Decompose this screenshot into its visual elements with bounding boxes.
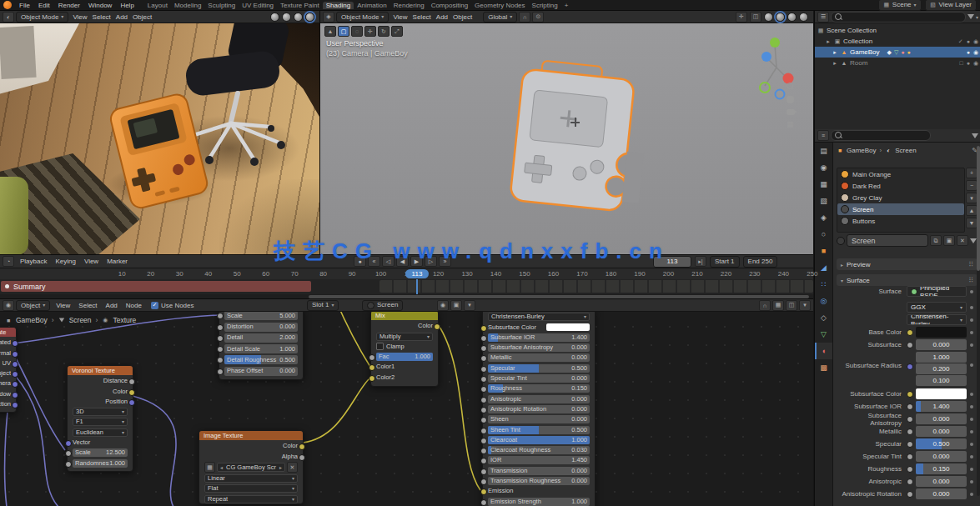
animate-dot[interactable] — [970, 343, 973, 347]
workspace-tab[interactable]: Rendering — [390, 2, 428, 9]
unlink-image-button[interactable]: ✕ — [287, 462, 298, 473]
workspace-tab[interactable]: Texture Paint — [277, 2, 323, 9]
tool-select-box-icon[interactable]: ▢ — [338, 26, 349, 37]
node-dropdown[interactable]: Linear▾ — [204, 474, 298, 483]
properties-tab[interactable]: ◎ — [815, 293, 832, 309]
input-socket[interactable] — [65, 450, 72, 457]
input-socket[interactable] — [217, 335, 224, 342]
tool-move-icon[interactable]: ✛ — [364, 26, 376, 37]
node-value-slider[interactable]: Transmission Roughness0.000 — [488, 477, 590, 485]
node-principled-bsdf[interactable]: Christensen-Burley▾ Subsurface Color Sub… — [482, 310, 596, 506]
material-name-field[interactable]: Screen — [847, 234, 928, 247]
overlays-icon[interactable]: ◫ — [786, 300, 797, 311]
properties-tab[interactable]: ○ — [815, 226, 832, 243]
node-image-texture[interactable]: Image Texture Color Alpha ▦ ◂CG GameBoy … — [199, 430, 304, 504]
node-dropdown[interactable]: Flat▾ — [204, 484, 298, 493]
input-socket[interactable] — [369, 364, 375, 371]
mode-dropdown[interactable]: Object Mode▾ — [16, 12, 68, 23]
input-socket[interactable] — [480, 386, 487, 393]
color-swatch[interactable] — [546, 323, 590, 331]
input-socket[interactable] — [480, 458, 487, 464]
animate-dot[interactable] — [970, 493, 973, 496]
input-socket[interactable] — [369, 375, 375, 382]
properties-tab[interactable]: ▧ — [815, 193, 832, 209]
node-editor-menu[interactable]: View — [52, 302, 74, 309]
node-value-slider[interactable]: Subsurface IOR1.400 — [488, 333, 590, 342]
subsurface-method-dropdown[interactable]: Christensen-Burley▾ — [907, 314, 967, 325]
node-value-field[interactable]: Detail Roughness0.500 — [224, 355, 298, 364]
input-socket[interactable] — [480, 407, 487, 413]
exclude-checkbox-icon[interactable]: □ — [959, 60, 962, 67]
hide-eye-icon[interactable]: ● — [967, 38, 970, 45]
tool-tweak-icon[interactable]: ▲ — [324, 26, 336, 37]
scene-selector[interactable]: ▦Scene▾ — [878, 0, 922, 11]
input-socket[interactable] — [480, 428, 487, 434]
material-slot[interactable]: Main Orange — [837, 168, 964, 180]
properties-scrollbar[interactable] — [977, 146, 980, 496]
checkbox-icon[interactable]: ✓ — [958, 38, 963, 45]
shading-rendered-icon[interactable] — [305, 13, 314, 22]
slot-move-up-button[interactable]: ▲ — [966, 205, 977, 216]
subsurface-radius-field[interactable]: 0.200 — [916, 363, 967, 374]
input-socket[interactable] — [217, 368, 224, 375]
input-socket[interactable] — [480, 335, 487, 342]
input-socket[interactable] — [480, 478, 487, 485]
image-name-field[interactable]: ◂CG GameBoy Scr▸ — [217, 463, 285, 472]
auto-keying-icon[interactable]: ▸| — [695, 256, 706, 267]
topbar-menu[interactable]: Edit — [34, 2, 54, 9]
material-browse-field[interactable]: Screen — [362, 300, 403, 311]
subsurface-radius-field[interactable]: 1.000 — [916, 352, 967, 363]
fake-user-shield-icon[interactable]: ▣ — [943, 235, 955, 246]
animate-dot[interactable] — [970, 405, 973, 408]
expand-icon[interactable]: ▸ — [825, 38, 832, 45]
timeline-editor-icon[interactable]: ◔ — [3, 256, 14, 267]
outliner-search-input[interactable] — [831, 12, 966, 23]
workspace-tab[interactable]: + — [561, 2, 572, 9]
properties-tab[interactable]: ▩ — [815, 359, 832, 376]
slot-dropdown[interactable]: Slot 1▾ — [307, 300, 339, 311]
workspace-tab[interactable]: UV Editing — [239, 2, 277, 9]
properties-tab[interactable]: ◐ — [815, 343, 832, 359]
disable-render-icon[interactable]: ◉ — [973, 38, 978, 45]
node-value-slider[interactable]: Emission Strength1.000 — [488, 498, 590, 506]
node-value-slider[interactable]: Sheen0.000 — [488, 415, 590, 423]
node-voronoi-texture[interactable]: Voronoi Texture Distance Color Position … — [67, 365, 133, 472]
view-layer-selector[interactable]: ▧View Layer — [925, 0, 977, 11]
node-value-field[interactable]: Detail Scale1.000 — [224, 344, 298, 353]
output-socket[interactable] — [128, 399, 135, 406]
unlink-material-button[interactable]: ✕ — [957, 235, 968, 246]
animate-dot[interactable] — [970, 318, 973, 322]
output-socket[interactable] — [299, 454, 305, 461]
input-socket[interactable] — [217, 324, 224, 331]
shading-wireframe-icon[interactable] — [764, 13, 773, 22]
snap-magnet-icon[interactable]: ∩ — [519, 12, 530, 23]
distribution-dropdown[interactable]: GGX▾ — [907, 302, 967, 313]
material-slot[interactable]: Dark Red — [837, 180, 964, 192]
transform-orientation-dropdown[interactable]: Global▾ — [483, 12, 517, 23]
workspace-tab[interactable]: Sculpting — [204, 2, 239, 9]
properties-editor-icon[interactable]: ≡ — [817, 130, 829, 141]
filter-icon[interactable] — [972, 133, 978, 138]
node-editor-menu[interactable]: Select — [74, 302, 101, 309]
node-value-slider[interactable]: Clearcoat1.000 — [488, 436, 590, 444]
filter-icon[interactable] — [970, 238, 977, 243]
topbar-menu[interactable]: Help — [116, 2, 138, 9]
input-socket[interactable] — [480, 366, 487, 373]
tool-rotate-icon[interactable]: ↻ — [378, 26, 389, 37]
viewport-menu[interactable]: Object — [130, 13, 154, 21]
property-slider[interactable]: 0.000 — [916, 451, 967, 462]
workspace-tab[interactable]: Scripting — [529, 2, 561, 9]
surface-shader-dropdown[interactable]: Principled BSDF — [907, 286, 967, 297]
node-value-field[interactable]: Randomness1.000 — [73, 459, 128, 468]
workspace-tab[interactable]: Layout — [144, 2, 171, 9]
camera-view-icon[interactable] — [787, 109, 795, 115]
outliner-row-collection[interactable]: ▸ ▣ Collection ✓●◉ — [815, 36, 980, 47]
add-slot-button[interactable]: + — [966, 168, 977, 178]
topbar-menu[interactable]: Render — [54, 2, 84, 9]
pin-icon[interactable]: ◉ — [437, 300, 449, 311]
node-value-field[interactable]: Scale5.000 — [224, 311, 298, 320]
node-dropdown[interactable]: Euclidean▾ — [73, 428, 128, 437]
properties-tab[interactable]: ▽ — [815, 326, 832, 343]
frame-start-field[interactable]: Start 1 — [710, 256, 740, 268]
slot-specials-button[interactable]: ▾ — [966, 193, 977, 203]
